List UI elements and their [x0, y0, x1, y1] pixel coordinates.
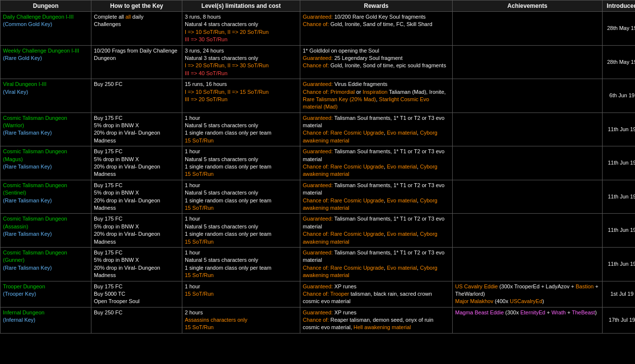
rewards-cell: Guaranteed: Talisman Soul framents, 1* T…: [300, 146, 453, 180]
achievements-cell: [453, 146, 603, 180]
rewards-cell: Guaranteed: Virus Eddie fragmentsChance …: [300, 79, 453, 113]
introduced-cell: 11th Jun 19: [603, 112, 635, 146]
table-row: Viral Dungeon I-III(Viral Key)Buy 250 FC…: [0, 79, 635, 113]
achievements-cell: [453, 112, 603, 146]
introduced-cell: 1st Jul 19: [603, 281, 635, 307]
rewards-cell: Guaranteed: XP runesChance of: Reaper ta…: [300, 307, 453, 333]
introduced-cell: 11th Jun 19: [603, 180, 635, 214]
introduced-cell: 11th Jun 19: [603, 247, 635, 281]
achievements-cell: [453, 247, 603, 281]
achievements-cell: Magma Beast Eddie (300x EternityEd + Wra…: [453, 307, 603, 333]
introduced-cell: 17th Jul 19: [603, 307, 635, 333]
level-cell: 1 hourNatural 5 stars characters only1 s…: [182, 112, 300, 146]
howto-cell: Buy 175 FC5% drop in BNW X20% drop in Vi…: [91, 180, 182, 214]
introduced-cell: 11th Jun 19: [603, 214, 635, 248]
introduced-cell: 6th Jun 19: [603, 79, 635, 113]
howto-cell: Buy 175 FCBuy 5000 TCOpen Trooper Soul: [91, 281, 182, 307]
rewards-cell: Guaranteed: 10/200 Rare Gold Key Soul fr…: [300, 12, 453, 46]
dungeon-cell: Daily Challenge Dungeon I-III(Common Gol…: [0, 12, 91, 46]
table-row: Trooper Dungeon(Trooper Key)Buy 175 FCBu…: [0, 281, 635, 307]
dungeon-cell: Cosmic Talisman Dungeon (Sentinel)(Rare …: [0, 180, 91, 214]
dungeon-cell: Infernal Dungeon(Infernal Key): [0, 307, 91, 333]
table-row: Cosmic Talisman Dungeon (Warrior)(Rare T…: [0, 112, 635, 146]
level-cell: 1 hourNatural 5 stars characters only1 s…: [182, 146, 300, 180]
header-achievements: Achievements: [453, 0, 603, 12]
howto-cell: Buy 250 FC: [91, 307, 182, 333]
dungeon-cell: Cosmic Talisman Dungeon (Gunner)(Rare Ta…: [0, 247, 91, 281]
howto-cell: Buy 175 FC5% drop in BNW X20% drop in Vi…: [91, 112, 182, 146]
achievements-cell: [453, 79, 603, 113]
rewards-cell: Guaranteed: Talisman Soul framents, 1* T…: [300, 112, 453, 146]
level-cell: 1 hourNatural 5 stars characters only1 s…: [182, 247, 300, 281]
dungeon-cell: Weekly Challenge Dungeon I-III(Rare Gold…: [0, 45, 91, 79]
achievements-cell: [453, 214, 603, 248]
howto-cell: Buy 175 FC5% drop in BNW X20% drop in Vi…: [91, 146, 182, 180]
howto-cell: Buy 175 FC5% drop in BNW X20% drop in Vi…: [91, 247, 182, 281]
level-cell: 1 hourNatural 5 stars characters only1 s…: [182, 180, 300, 214]
achievements-cell: [453, 45, 603, 79]
rewards-cell: Guaranteed: XP runesChance of: Trooper t…: [300, 281, 453, 307]
introduced-cell: 28th May 19: [603, 12, 635, 46]
table-row: Cosmic Talisman Dungeon (Assassin)(Rare …: [0, 214, 635, 248]
table-row: Cosmic Talisman Dungeon (Sentinel)(Rare …: [0, 180, 635, 214]
howto-cell: Buy 250 FC: [91, 79, 182, 113]
dungeon-cell: Cosmic Talisman Dungeon (Warrior)(Rare T…: [0, 112, 91, 146]
level-cell: 3 runs, 24 hoursNatural 3 stars characte…: [182, 45, 300, 79]
achievements-cell: US Cavalry Eddie (300x TrooperEd + LadyA…: [453, 281, 603, 307]
level-cell: 1 hourNatural 5 stars characters only1 s…: [182, 214, 300, 248]
introduced-cell: 28th May 19: [603, 45, 635, 79]
dungeon-cell: Trooper Dungeon(Trooper Key): [0, 281, 91, 307]
header-rewards: Rewards: [300, 0, 453, 12]
howto-cell: Complete all all dailyChallenges: [91, 12, 182, 46]
table-row: Daily Challenge Dungeon I-III(Common Gol…: [0, 12, 635, 46]
introduced-cell: 11th Jun 19: [603, 146, 635, 180]
level-cell: 3 runs, 8 hoursNatural 4 stars character…: [182, 12, 300, 46]
table-row: Infernal Dungeon(Infernal Key)Buy 250 FC…: [0, 307, 635, 333]
achievements-cell: [453, 180, 603, 214]
header-level: Level(s) limitations and cost: [182, 0, 300, 12]
header-dungeon: Dungeon: [0, 0, 91, 12]
rewards-cell: Guaranteed: Talisman Soul framents, 1* T…: [300, 180, 453, 214]
level-cell: 2 hoursAssassins characters only15 SoT/R…: [182, 307, 300, 333]
table-row: Cosmic Talisman Dungeon (Gunner)(Rare Ta…: [0, 247, 635, 281]
howto-cell: 10/200 Frags from Daily Challenge Dungeo…: [91, 45, 182, 79]
achievements-cell: [453, 12, 603, 46]
dungeon-cell: Viral Dungeon I-III(Viral Key): [0, 79, 91, 113]
table-row: Weekly Challenge Dungeon I-III(Rare Gold…: [0, 45, 635, 79]
rewards-cell: 1* GoldIdol on opening the SoulGuarantee…: [300, 45, 453, 79]
header-introduced: Introduced: [603, 0, 635, 12]
howto-cell: Buy 175 FC5% drop in BNW X20% drop in Vi…: [91, 214, 182, 248]
dungeon-cell: Cosmic Talisman Dungeon (Assassin)(Rare …: [0, 214, 91, 248]
level-cell: 15 runs, 16 hoursI => 10 SoT/Run, II => …: [182, 79, 300, 113]
header-howto: How to get the Key: [91, 0, 182, 12]
rewards-cell: Guaranteed: Talisman Soul framents, 1* T…: [300, 214, 453, 248]
dungeon-cell: Cosmic Talisman Dungeon (Magus)(Rare Tal…: [0, 146, 91, 180]
level-cell: 1 hour15 SoT/Run: [182, 281, 300, 307]
table-row: Cosmic Talisman Dungeon (Magus)(Rare Tal…: [0, 146, 635, 180]
rewards-cell: Guaranteed: Talisman Soul framents, 1* T…: [300, 247, 453, 281]
